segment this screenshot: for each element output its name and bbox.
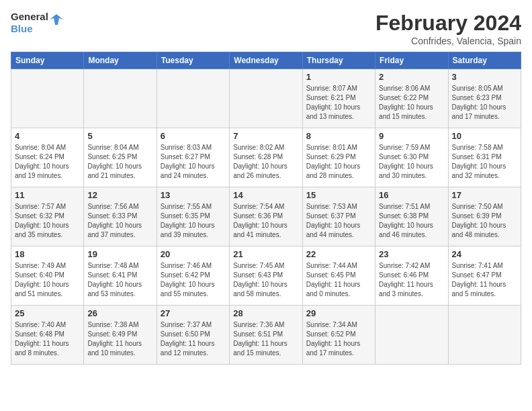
calendar-cell: 6Sunrise: 8:03 AM Sunset: 6:27 PM Daylig… — [157, 128, 229, 187]
day-number: 2 — [379, 72, 444, 82]
calendar-cell: 7Sunrise: 8:02 AM Sunset: 6:28 PM Daylig… — [230, 128, 302, 187]
day-number: 24 — [452, 249, 517, 259]
day-number: 20 — [161, 249, 226, 259]
calendar-cell — [84, 69, 157, 128]
day-number: 18 — [15, 249, 80, 259]
calendar-cell: 12Sunrise: 7:56 AM Sunset: 6:33 PM Dayli… — [84, 187, 157, 246]
day-info: Sunrise: 7:46 AM Sunset: 6:42 PM Dayligh… — [161, 261, 226, 299]
calendar-cell: 22Sunrise: 7:44 AM Sunset: 6:45 PM Dayli… — [302, 246, 375, 306]
day-info: Sunrise: 7:58 AM Sunset: 6:31 PM Dayligh… — [452, 143, 517, 181]
day-number: 5 — [87, 131, 152, 141]
day-number: 7 — [233, 131, 298, 141]
day-number: 12 — [87, 190, 152, 200]
calendar-cell: 19Sunrise: 7:48 AM Sunset: 6:41 PM Dayli… — [84, 246, 157, 306]
day-number: 29 — [306, 308, 371, 318]
calendar-cell: 27Sunrise: 7:37 AM Sunset: 6:50 PM Dayli… — [157, 306, 229, 365]
svg-marker-0 — [50, 14, 63, 25]
weekday-header-saturday: Saturday — [448, 52, 521, 69]
calendar-cell: 18Sunrise: 7:49 AM Sunset: 6:40 PM Dayli… — [11, 246, 84, 306]
day-info: Sunrise: 8:01 AM Sunset: 6:29 PM Dayligh… — [306, 143, 371, 181]
page-header: GeneralBlue February 2024 Confrides, Val… — [11, 11, 521, 46]
day-number: 13 — [161, 190, 226, 200]
calendar-cell — [448, 306, 521, 365]
weekday-header-tuesday: Tuesday — [157, 52, 229, 69]
calendar-cell: 2Sunrise: 8:06 AM Sunset: 6:22 PM Daylig… — [375, 69, 448, 128]
day-info: Sunrise: 7:36 AM Sunset: 6:51 PM Dayligh… — [233, 320, 298, 358]
day-number: 28 — [233, 308, 298, 318]
calendar-cell: 29Sunrise: 7:34 AM Sunset: 6:52 PM Dayli… — [302, 306, 375, 365]
day-number: 25 — [15, 308, 80, 318]
day-info: Sunrise: 7:51 AM Sunset: 6:38 PM Dayligh… — [379, 202, 444, 240]
title-block: February 2024 Confrides, Valencia, Spain — [375, 11, 521, 46]
day-info: Sunrise: 7:56 AM Sunset: 6:33 PM Dayligh… — [87, 202, 152, 240]
day-info: Sunrise: 7:34 AM Sunset: 6:52 PM Dayligh… — [306, 320, 371, 358]
day-info: Sunrise: 7:57 AM Sunset: 6:32 PM Dayligh… — [15, 202, 80, 240]
weekday-header-friday: Friday — [375, 52, 448, 69]
day-number: 22 — [306, 249, 371, 259]
calendar-cell: 3Sunrise: 8:05 AM Sunset: 6:23 PM Daylig… — [448, 69, 521, 128]
weekday-header-sunday: Sunday — [11, 52, 84, 69]
calendar-cell: 8Sunrise: 8:01 AM Sunset: 6:29 PM Daylig… — [302, 128, 375, 187]
day-number: 16 — [379, 190, 444, 200]
day-number: 19 — [87, 249, 152, 259]
day-info: Sunrise: 7:41 AM Sunset: 6:47 PM Dayligh… — [452, 261, 517, 299]
day-info: Sunrise: 7:48 AM Sunset: 6:41 PM Dayligh… — [87, 261, 152, 299]
calendar-cell: 5Sunrise: 8:04 AM Sunset: 6:25 PM Daylig… — [84, 128, 157, 187]
day-info: Sunrise: 8:04 AM Sunset: 6:24 PM Dayligh… — [15, 143, 80, 181]
calendar-cell: 14Sunrise: 7:54 AM Sunset: 6:36 PM Dayli… — [230, 187, 302, 246]
calendar-cell: 15Sunrise: 7:53 AM Sunset: 6:37 PM Dayli… — [302, 187, 375, 246]
day-number: 23 — [379, 249, 444, 259]
weekday-header-monday: Monday — [84, 52, 157, 69]
day-info: Sunrise: 8:05 AM Sunset: 6:23 PM Dayligh… — [452, 84, 517, 122]
day-number: 15 — [306, 190, 371, 200]
day-number: 17 — [452, 190, 517, 200]
calendar-cell: 10Sunrise: 7:58 AM Sunset: 6:31 PM Dayli… — [448, 128, 521, 187]
day-number: 26 — [87, 308, 152, 318]
calendar-cell: 17Sunrise: 7:50 AM Sunset: 6:39 PM Dayli… — [448, 187, 521, 246]
calendar-cell: 11Sunrise: 7:57 AM Sunset: 6:32 PM Dayli… — [11, 187, 84, 246]
calendar-cell: 13Sunrise: 7:55 AM Sunset: 6:35 PM Dayli… — [157, 187, 229, 246]
day-number: 10 — [452, 131, 517, 141]
day-info: Sunrise: 7:53 AM Sunset: 6:37 PM Dayligh… — [306, 202, 371, 240]
weekday-header-wednesday: Wednesday — [230, 52, 302, 69]
day-info: Sunrise: 7:45 AM Sunset: 6:43 PM Dayligh… — [233, 261, 298, 299]
calendar-cell: 25Sunrise: 7:40 AM Sunset: 6:48 PM Dayli… — [11, 306, 84, 365]
calendar-cell: 23Sunrise: 7:42 AM Sunset: 6:46 PM Dayli… — [375, 246, 448, 306]
day-info: Sunrise: 8:04 AM Sunset: 6:25 PM Dayligh… — [87, 143, 152, 181]
calendar-cell: 28Sunrise: 7:36 AM Sunset: 6:51 PM Dayli… — [230, 306, 302, 365]
logo-container: GeneralBlue — [11, 11, 63, 35]
calendar-cell: 26Sunrise: 7:38 AM Sunset: 6:49 PM Dayli… — [84, 306, 157, 365]
day-number: 3 — [452, 72, 517, 82]
day-number: 9 — [379, 131, 444, 141]
day-info: Sunrise: 7:49 AM Sunset: 6:40 PM Dayligh… — [15, 261, 80, 299]
day-number: 4 — [15, 131, 80, 141]
day-info: Sunrise: 8:02 AM Sunset: 6:28 PM Dayligh… — [233, 143, 298, 181]
location-label: Confrides, Valencia, Spain — [375, 36, 521, 46]
day-number: 27 — [161, 308, 226, 318]
day-number: 21 — [233, 249, 298, 259]
day-number: 1 — [306, 72, 371, 82]
calendar-cell: 9Sunrise: 7:59 AM Sunset: 6:30 PM Daylig… — [375, 128, 448, 187]
calendar-cell: 24Sunrise: 7:41 AM Sunset: 6:47 PM Dayli… — [448, 246, 521, 306]
calendar-cell: 4Sunrise: 8:04 AM Sunset: 6:24 PM Daylig… — [11, 128, 84, 187]
logo: GeneralBlue — [11, 11, 63, 35]
calendar-table: SundayMondayTuesdayWednesdayThursdayFrid… — [11, 52, 521, 365]
day-number: 11 — [15, 190, 80, 200]
day-info: Sunrise: 8:07 AM Sunset: 6:21 PM Dayligh… — [306, 84, 371, 122]
weekday-header-thursday: Thursday — [302, 52, 375, 69]
day-number: 8 — [306, 131, 371, 141]
bird-icon — [50, 13, 63, 33]
day-info: Sunrise: 7:44 AM Sunset: 6:45 PM Dayligh… — [306, 261, 371, 299]
day-number: 6 — [161, 131, 226, 141]
month-title: February 2024 — [375, 11, 521, 36]
calendar-cell — [157, 69, 229, 128]
logo-text: GeneralBlue — [11, 11, 48, 35]
day-info: Sunrise: 7:59 AM Sunset: 6:30 PM Dayligh… — [379, 143, 444, 181]
day-info: Sunrise: 7:55 AM Sunset: 6:35 PM Dayligh… — [161, 202, 226, 240]
day-info: Sunrise: 7:40 AM Sunset: 6:48 PM Dayligh… — [15, 320, 80, 358]
calendar-cell — [230, 69, 302, 128]
calendar-cell: 1Sunrise: 8:07 AM Sunset: 6:21 PM Daylig… — [302, 69, 375, 128]
day-info: Sunrise: 7:54 AM Sunset: 6:36 PM Dayligh… — [233, 202, 298, 240]
day-info: Sunrise: 7:42 AM Sunset: 6:46 PM Dayligh… — [379, 261, 444, 299]
day-info: Sunrise: 8:06 AM Sunset: 6:22 PM Dayligh… — [379, 84, 444, 122]
